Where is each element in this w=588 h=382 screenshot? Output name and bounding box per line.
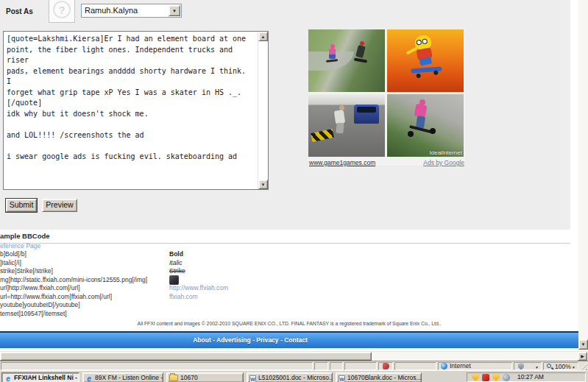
shield-tray-icon[interactable] [492,374,500,381]
combo-dropdown-button[interactable]: ▼ [169,5,180,16]
bbcode-section: ample BBCode eference Page b]Bold[/b] Bo… [0,230,570,331]
chevron-down-icon: ▼ [581,342,586,347]
ad-watermark: IdealInternet [430,149,462,156]
ad-image-mountainboarder[interactable]: IdealInternet [387,94,464,157]
copyright-text: All FFXI content and images © 2002-2010 … [0,321,578,326]
horizontal-scrollbar[interactable]: ▶ [0,351,588,361]
skater-figure [336,123,344,134]
bbcode-result: Italic [169,259,182,268]
bbcode-result-link[interactable]: http://www.ffxiah.com [169,284,228,293]
resize-grip[interactable] [579,362,587,370]
textarea-scrollbar[interactable]: ▲ ▼ [258,32,268,189]
magnifier-icon [547,364,551,368]
clock: 10:27 AM [517,373,544,381]
shield-icon [518,363,524,370]
ad-image-skaters-ramp[interactable] [308,29,385,92]
wheel-shape [433,70,439,75]
chevron-down-icon: ▼ [172,9,177,13]
skater-figure [329,49,336,59]
bbcode-sample: mg]http://static.ffxiah.com/mini-icons/1… [0,276,147,285]
internet-explorer-icon: e [85,375,93,382]
security-alert-tray-icon[interactable] [472,374,479,381]
adobe-tray-icon[interactable] [482,374,489,381]
bbcode-row: youtube]youtubeID[/youtube] [0,301,570,310]
bbcode-row: url=http://www.ffxiah.com]ffxiah.com[/ur… [0,293,570,302]
avatar-placeholder-icon: ? [53,1,71,18]
message-textarea[interactable]: [quote=Lakshmi.Kiersa]Er I had an elemen… [3,31,269,190]
network-tray-icon[interactable] [503,374,510,381]
scroll-up-button[interactable]: ▲ [258,32,268,41]
taskbar-button-label: 10670 [180,374,198,381]
scroll-down-button[interactable]: ▼ [578,339,588,350]
contact-link[interactable]: Contact [284,336,308,344]
bbcode-sample: url]http://www.ffxiah.com[/url] [0,284,80,293]
horizontal-scrollbar-thumb[interactable] [0,352,372,361]
taskbar-button-label: L51025001.doc - Microso... [258,374,333,381]
bbcode-sample: url=http://www.ffxiah.com]ffxiah.com[/ur… [0,293,112,302]
submit-button[interactable]: Submit [6,199,37,212]
zoom-level: 100% [555,364,571,370]
bbcode-sample: b]Bold[/b] [0,250,26,259]
google-ad[interactable]: IdealInternet www.game1games.com Ads by … [308,29,465,166]
taskbar-button-radio[interactable]: e89X FM - Listen Online - ... [82,372,163,382]
bbcode-table: b]Bold[/b] Bold ]Italic[/i] Italic strik… [0,250,570,318]
internet-explorer-icon: e [4,375,12,382]
message-area: [quote=Lakshmi.Kiersa]Er I had an elemen… [3,31,269,190]
globe-icon [441,363,447,369]
vertical-scrollbar[interactable]: ▼ [578,0,588,351]
taskbar-button-word-doc2[interactable]: W10670Blank.doc - Micros... [336,372,422,382]
screen: Post As ? Ramuh.Kalyna ▼ [quote=Lakshmi.… [0,0,588,382]
reference-page-link[interactable]: eference Page [0,242,40,250]
chevron-right-icon: ▶ [581,354,584,358]
car-shape [354,105,379,124]
chevron-down-icon: ▼ [261,183,266,187]
status-icon-pane [378,362,393,370]
scroll-down-button[interactable]: ▼ [258,180,268,189]
bbcode-row: url]http://www.ffxiah.com[/url] http://w… [0,284,570,293]
browser-viewport: Post As ? Ramuh.Kalyna ▼ [quote=Lakshmi.… [0,0,578,351]
taskbar-button-label: 89X FM - Listen Online - ... [95,374,163,381]
preview-button[interactable]: Preview [42,199,77,212]
skateboard-shape [354,57,367,63]
footer-links-bar: About - Advertising - Privacy - Contact [0,331,578,348]
status-pane [330,362,343,370]
chevron-down-icon: ▼ [572,364,575,370]
post-as-select[interactable]: Ramuh.Kalyna ▼ [81,4,182,18]
taskbar-button-label: FFXIAH Linkshell Ni - F... [14,374,79,381]
bbcode-row: temset]109547[/itemset] [0,310,570,319]
skater-figure [355,45,366,58]
advertising-link[interactable]: Advertising [216,336,251,344]
status-pane [344,362,377,370]
bbcode-heading: ample BBCode [0,232,570,244]
security-zone-pane: Internet [438,362,512,370]
post-form-section: Post As ? Ramuh.Kalyna ▼ [quote=Lakshmi.… [0,0,570,230]
smartscreen-pane[interactable]: ▼ [514,362,542,370]
ad-image-street-skater[interactable] [308,94,385,157]
status-pane [394,362,436,370]
bbcode-result-link[interactable]: ffxiah.com [169,293,198,302]
bbcode-row: mg]http://static.ffxiah.com/mini-icons/1… [0,276,570,285]
avatar: ? [49,0,75,23]
taskbar-button-folder[interactable]: 10670 [166,372,244,382]
taskbar-button-word-doc1[interactable]: WL51025001.doc - Microso... [247,372,333,382]
status-icon [383,363,389,369]
car-window-shape [357,107,376,113]
about-link[interactable]: About [193,336,211,344]
chevron-up-icon: ▲ [261,35,266,39]
ad-image-bart-flames[interactable] [387,29,464,92]
post-as-label: Post As [6,7,33,15]
bbcode-row: b]Bold[/b] Bold [0,250,570,259]
bbcode-row: strike]Strike[/strike] Strike [0,267,570,276]
security-zone-label: Internet [450,363,471,369]
bbcode-row: ]Italic[/i] Italic [0,259,570,268]
wheel-shape [408,131,414,137]
ads-by-google-link[interactable]: Ads by Google [423,159,464,166]
bbcode-sample: temset]109547[/itemset] [0,310,67,319]
taskbar-button-ffxiah[interactable]: eFFXIAH Linkshell Ni - F... [1,372,79,382]
bbcode-result: Bold [169,250,183,259]
ad-site-link[interactable]: www.game1games.com [309,159,375,166]
zoom-control[interactable]: 100%▼ [543,362,578,370]
scroll-right-button[interactable]: ▶ [578,352,587,361]
privacy-link[interactable]: Privacy [256,336,278,344]
taskbar: eFFXIAH Linkshell Ni - F... e89X FM - Li… [0,370,588,382]
